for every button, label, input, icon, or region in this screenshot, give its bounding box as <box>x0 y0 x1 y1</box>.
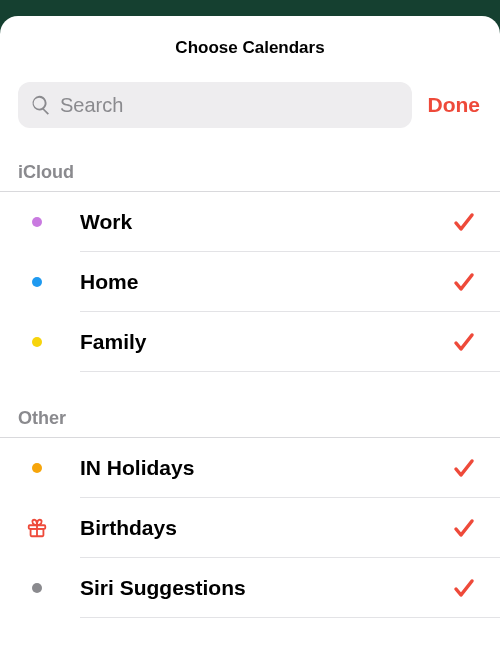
color-dot-icon <box>32 583 42 593</box>
section-header-icloud: iCloud <box>0 162 500 192</box>
color-dot-icon <box>32 217 42 227</box>
color-dot-icon <box>32 277 42 287</box>
calendar-row-work[interactable]: Work <box>0 192 500 252</box>
color-dot-icon <box>32 337 42 347</box>
calendar-row-birthdays[interactable]: Birthdays <box>0 498 500 558</box>
calendar-row-siri[interactable]: Siri Suggestions <box>0 558 500 618</box>
section-header-other: Other <box>0 408 500 438</box>
calendar-row-home[interactable]: Home <box>0 252 500 312</box>
checkmark-icon <box>452 210 476 234</box>
checkmark-icon <box>452 330 476 354</box>
calendar-label: IN Holidays <box>80 456 452 480</box>
calendar-label: Family <box>80 330 452 354</box>
search-field[interactable] <box>18 82 412 128</box>
calendar-label: Birthdays <box>80 516 452 540</box>
calendar-label: Siri Suggestions <box>80 576 452 600</box>
search-icon <box>30 94 52 116</box>
checkmark-icon <box>452 516 476 540</box>
checkmark-icon <box>452 456 476 480</box>
search-row: Done <box>0 82 500 128</box>
done-button[interactable]: Done <box>426 89 483 121</box>
choose-calendars-sheet: Choose Calendars Done iCloud Work <box>0 16 500 656</box>
gift-icon <box>26 517 48 539</box>
calendar-row-family[interactable]: Family <box>0 312 500 372</box>
list-other: IN Holidays Birthdays <box>0 438 500 618</box>
sheet-title: Choose Calendars <box>0 38 500 58</box>
checkmark-icon <box>452 576 476 600</box>
calendar-row-holidays[interactable]: IN Holidays <box>0 438 500 498</box>
calendar-label: Home <box>80 270 452 294</box>
calendar-label: Work <box>80 210 452 234</box>
list-icloud: Work Home Family <box>0 192 500 372</box>
checkmark-icon <box>452 270 476 294</box>
search-input[interactable] <box>60 94 400 117</box>
color-dot-icon <box>32 463 42 473</box>
